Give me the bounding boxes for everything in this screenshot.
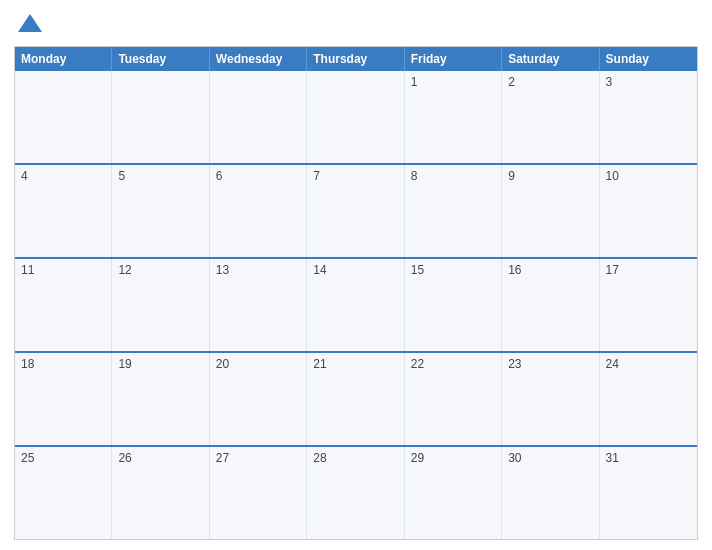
day-number: 4 (21, 169, 105, 183)
day-number: 14 (313, 263, 397, 277)
calendar-cell: 14 (307, 259, 404, 351)
day-number: 16 (508, 263, 592, 277)
calendar-cell: 9 (502, 165, 599, 257)
calendar-week: 11121314151617 (15, 257, 697, 351)
weekday-header: Saturday (502, 47, 599, 71)
calendar-cell: 16 (502, 259, 599, 351)
logo-icon (16, 10, 44, 38)
day-number: 22 (411, 357, 495, 371)
calendar-cell: 10 (600, 165, 697, 257)
calendar-cell: 4 (15, 165, 112, 257)
day-number: 12 (118, 263, 202, 277)
calendar-cell: 30 (502, 447, 599, 539)
day-number: 27 (216, 451, 300, 465)
weekday-header: Monday (15, 47, 112, 71)
day-number: 10 (606, 169, 691, 183)
calendar-cell: 5 (112, 165, 209, 257)
calendar: MondayTuesdayWednesdayThursdayFridaySatu… (14, 46, 698, 540)
calendar-header: MondayTuesdayWednesdayThursdayFridaySatu… (15, 47, 697, 71)
calendar-cell: 20 (210, 353, 307, 445)
day-number: 25 (21, 451, 105, 465)
day-number: 18 (21, 357, 105, 371)
calendar-cell (112, 71, 209, 163)
calendar-cell: 19 (112, 353, 209, 445)
weekday-header: Thursday (307, 47, 404, 71)
day-number: 8 (411, 169, 495, 183)
calendar-cell: 1 (405, 71, 502, 163)
calendar-week: 123 (15, 71, 697, 163)
day-number: 21 (313, 357, 397, 371)
day-number: 23 (508, 357, 592, 371)
calendar-cell: 28 (307, 447, 404, 539)
calendar-cell: 31 (600, 447, 697, 539)
calendar-week: 18192021222324 (15, 351, 697, 445)
calendar-cell: 3 (600, 71, 697, 163)
calendar-cell: 6 (210, 165, 307, 257)
weekday-header: Friday (405, 47, 502, 71)
calendar-cell: 29 (405, 447, 502, 539)
weekday-header: Wednesday (210, 47, 307, 71)
calendar-body: 1234567891011121314151617181920212223242… (15, 71, 697, 539)
day-number: 5 (118, 169, 202, 183)
calendar-cell: 8 (405, 165, 502, 257)
calendar-cell (307, 71, 404, 163)
day-number: 6 (216, 169, 300, 183)
calendar-cell: 13 (210, 259, 307, 351)
calendar-cell: 17 (600, 259, 697, 351)
day-number: 17 (606, 263, 691, 277)
day-number: 30 (508, 451, 592, 465)
calendar-cell: 18 (15, 353, 112, 445)
day-number: 9 (508, 169, 592, 183)
calendar-cell: 7 (307, 165, 404, 257)
day-number: 26 (118, 451, 202, 465)
calendar-cell (210, 71, 307, 163)
calendar-cell: 2 (502, 71, 599, 163)
day-number: 15 (411, 263, 495, 277)
weekday-header: Sunday (600, 47, 697, 71)
logo (14, 10, 44, 38)
calendar-cell: 27 (210, 447, 307, 539)
day-number: 2 (508, 75, 592, 89)
day-number: 29 (411, 451, 495, 465)
calendar-cell: 25 (15, 447, 112, 539)
day-number: 1 (411, 75, 495, 89)
calendar-cell: 22 (405, 353, 502, 445)
calendar-cell: 15 (405, 259, 502, 351)
day-number: 11 (21, 263, 105, 277)
calendar-cell: 26 (112, 447, 209, 539)
day-number: 7 (313, 169, 397, 183)
day-number: 19 (118, 357, 202, 371)
calendar-week: 25262728293031 (15, 445, 697, 539)
day-number: 31 (606, 451, 691, 465)
day-number: 28 (313, 451, 397, 465)
calendar-week: 45678910 (15, 163, 697, 257)
day-number: 24 (606, 357, 691, 371)
day-number: 3 (606, 75, 691, 89)
svg-marker-0 (18, 14, 42, 32)
day-number: 20 (216, 357, 300, 371)
calendar-cell: 24 (600, 353, 697, 445)
calendar-cell: 23 (502, 353, 599, 445)
calendar-cell: 11 (15, 259, 112, 351)
day-number: 13 (216, 263, 300, 277)
calendar-cell (15, 71, 112, 163)
page: MondayTuesdayWednesdayThursdayFridaySatu… (0, 0, 712, 550)
calendar-cell: 21 (307, 353, 404, 445)
weekday-header: Tuesday (112, 47, 209, 71)
calendar-cell: 12 (112, 259, 209, 351)
header (14, 10, 698, 38)
